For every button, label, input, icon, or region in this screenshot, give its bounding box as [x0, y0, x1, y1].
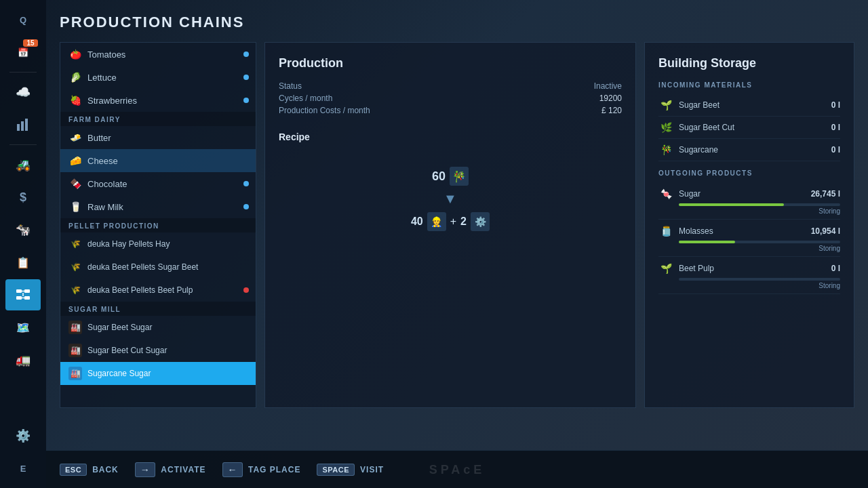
sidebar-item-weather[interactable]: ☁️ [5, 77, 41, 108]
back-key: ESC [60, 464, 87, 476]
beet-pulp-row: 🌱 Beet Pulp 0 l [658, 261, 840, 276]
sugar-beet-cut-amount: 0 l [831, 123, 840, 132]
sidebar-item-animals[interactable]: 🐄 [5, 214, 41, 245]
cycles-row: Cycles / month 19200 [279, 94, 622, 103]
content-grid: 🍅 Tomatoes 🥬 Lettuce 🍓 Strawberries FARM… [60, 42, 854, 408]
costs-label: Production Costs / month [279, 106, 370, 115]
chain-item-tomatoes[interactable]: 🍅 Tomatoes [60, 43, 256, 66]
sidebar-item-money[interactable]: $ [5, 182, 41, 213]
chain-item-chocolate[interactable]: 🍫 Chocolate [60, 172, 256, 195]
production-title: Production [279, 56, 622, 70]
back-label: BACK [92, 465, 119, 474]
status-label: Status [279, 81, 302, 91]
sidebar: Q 📅 ☁️ 🚜 $ 🐄 📋 🗺️ [0, 0, 46, 488]
sidebar-item-settings[interactable]: ⚙️ [5, 420, 41, 451]
sidebar-item-tractor[interactable]: 🚜 [5, 149, 41, 180]
chain-item-strawberries[interactable]: 🍓 Strawberries [60, 89, 256, 112]
sugarcane-amount: 0 l [831, 145, 840, 155]
sugar-name: Sugar [679, 189, 806, 199]
chain-item-label: Butter [87, 133, 111, 143]
cycles-label: Cycles / month [279, 94, 332, 103]
strawberries-dot [243, 98, 249, 103]
back-button[interactable]: ESC BACK [60, 464, 119, 476]
stats-icon [16, 117, 31, 132]
chain-item-sugarcane-sugar[interactable]: 🏭 Sugarcane Sugar [60, 362, 256, 385]
sidebar-item-vehicles[interactable]: 🚛 [5, 344, 41, 375]
sidebar-item-stats[interactable] [5, 109, 41, 140]
chain-item-label: Lettuce [87, 73, 117, 83]
recipe-arrow-down: ▼ [443, 191, 457, 207]
chain-item-butter[interactable]: 🧈 Butter [60, 126, 256, 149]
sidebar-item-q[interactable]: Q [5, 4, 41, 35]
beet-pulp-progress-container [679, 278, 840, 281]
recipe-plus: + [450, 216, 456, 228]
tag-place-label: TAG PLACE [248, 465, 300, 474]
production-stats: Status Inactive Cycles / month 19200 Pro… [279, 81, 622, 115]
chain-item-label: deuka Beet Pellets Beet Pulp [87, 285, 193, 295]
category-pellet-production: PELLET PRODUCTION [60, 218, 256, 232]
recipe-top-amount: 60 [432, 169, 446, 184]
beet-pulp-amount: 0 l [831, 264, 840, 273]
chain-item-cheese[interactable]: 🧀 Cheese [60, 149, 256, 172]
sidebar-item-e[interactable]: E [5, 453, 41, 484]
recipe-bottom: 40 👷 + 2 ⚙️ [411, 212, 490, 231]
svg-rect-6 [24, 296, 30, 300]
lettuce-dot [243, 75, 249, 80]
visit-button[interactable]: SPACE VISIT [317, 464, 384, 476]
sugar-beet-sugar-icon: 🏭 [68, 321, 82, 334]
sidebar-item-contracts[interactable]: 📋 [5, 247, 41, 278]
tomatoes-icon: 🍅 [68, 47, 82, 61]
cheese-icon: 🧀 [68, 154, 82, 167]
sugar-beet-cut-name: Sugar Beet Cut [679, 123, 826, 132]
chain-item-lettuce[interactable]: 🥬 Lettuce [60, 66, 256, 89]
storage-panel: Building Storage INCOMING MATERIALS 🌱 Su… [644, 42, 854, 408]
sugar-icon: 🍬 [658, 186, 673, 201]
chain-item-raw-milk[interactable]: 🥛 Raw Milk [60, 195, 256, 218]
molasses-progress-fill [679, 241, 735, 243]
molasses-amount: 10,954 l [811, 226, 840, 236]
lettuce-icon: 🥬 [68, 70, 82, 84]
chain-item-label: Sugar Beet Sugar [87, 323, 152, 332]
molasses-icon: 🫙 [658, 224, 673, 239]
sugarcane-recipe-icon: 🎋 [450, 167, 469, 186]
sugar-beet-icon: 🌱 [658, 98, 673, 113]
chain-item-deuka-hay[interactable]: 🌾 deuka Hay Pellets Hay [60, 232, 256, 256]
chain-item-sugar-beet-cut-sugar[interactable]: 🏭 Sugar Beet Cut Sugar [60, 339, 256, 362]
recipe-bottom-amount1: 40 [411, 216, 423, 228]
visit-label: VISIT [360, 465, 384, 474]
deuka-beet-pulp-icon: 🌾 [68, 283, 82, 297]
deuka-beet-pulp-dot [243, 287, 249, 293]
activate-button[interactable]: → ACTIVATE [135, 462, 206, 477]
deuka-hay-icon: 🌾 [68, 237, 82, 251]
sidebar-item-production[interactable] [5, 279, 41, 310]
sidebar-item-calendar[interactable]: 📅 [5, 37, 41, 68]
chain-item-sugar-beet-sugar[interactable]: 🏭 Sugar Beet Sugar [60, 316, 256, 339]
storage-outgoing-sugar: 🍬 Sugar 26,745 l Storing [658, 182, 840, 220]
storage-outgoing-beet-pulp: 🌱 Beet Pulp 0 l Storing [658, 257, 840, 294]
deuka-beet-sugar-icon: 🌾 [68, 260, 82, 274]
tag-place-key: ← [222, 462, 243, 477]
chain-item-deuka-beet-pulp[interactable]: 🌾 deuka Beet Pellets Beet Pulp [60, 279, 256, 302]
tag-place-button[interactable]: ← TAG PLACE [222, 462, 301, 477]
recipe-display: 60 🎋 ▼ 40 👷 + 2 ⚙️ [279, 153, 622, 245]
outgoing-products-label: OUTGOING PRODUCTS [658, 169, 840, 177]
molasses-progress-container [679, 241, 840, 243]
chain-item-label: Cheese [87, 156, 118, 166]
chain-item-deuka-beet-sugar[interactable]: 🌾 deuka Beet Pellets Sugar Beet [60, 256, 256, 279]
recipe-top: 60 🎋 [432, 167, 469, 186]
raw-milk-icon: 🥛 [68, 200, 82, 214]
sidebar-item-map[interactable]: 🗺️ [5, 312, 41, 343]
chain-item-label: deuka Hay Pellets Hay [87, 239, 170, 249]
sugar-beet-cut-sugar-icon: 🏭 [68, 344, 82, 357]
molasses-storing-label: Storing [658, 245, 840, 252]
chains-panel[interactable]: 🍅 Tomatoes 🥬 Lettuce 🍓 Strawberries FARM… [60, 42, 256, 408]
butter-icon: 🧈 [68, 131, 82, 144]
storage-incoming-sugar-beet: 🌱 Sugar Beet 0 l [658, 94, 840, 117]
status-value: Inactive [594, 81, 622, 91]
cycles-value: 19200 [599, 94, 622, 103]
sugar-beet-cut-icon: 🌿 [658, 120, 673, 135]
sugar-storing-label: Storing [658, 207, 840, 215]
sugar-beet-amount: 0 l [831, 100, 840, 110]
chain-item-label: Strawberries [87, 96, 137, 106]
production-panel: Production Status Inactive Cycles / mont… [264, 42, 636, 408]
